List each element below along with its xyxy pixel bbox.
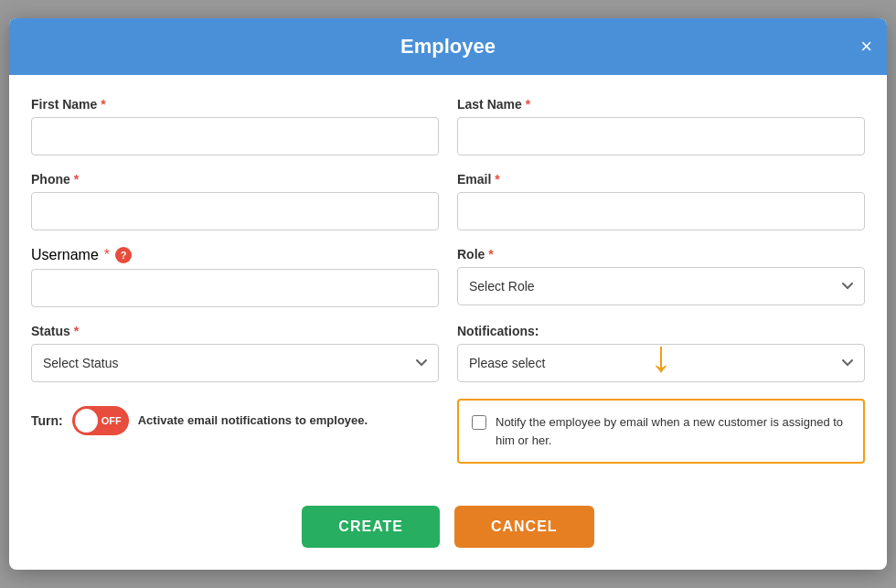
create-button[interactable]: CREATE (302, 506, 440, 548)
role-select[interactable]: Select Role (457, 267, 865, 305)
first-name-label: First Name* (31, 97, 439, 112)
modal-footer: CREATE CANCEL (9, 491, 887, 570)
name-row: First Name* Last Name* (31, 97, 865, 155)
status-select[interactable]: Select Status (31, 344, 439, 382)
first-name-input[interactable] (31, 117, 439, 155)
username-label-row: Username * ? (31, 247, 439, 263)
username-required: * (104, 247, 110, 263)
phone-label: Phone* (31, 172, 439, 187)
turn-notify-row: Turn: OFF Activate email notifications t… (31, 399, 865, 464)
first-name-group: First Name* (31, 97, 439, 155)
notify-text: Notify the employee by email when a new … (496, 413, 850, 449)
turn-section: Turn: OFF Activate email notifications t… (31, 399, 439, 435)
phone-email-row: Phone* Email* (31, 172, 865, 230)
status-group: Status* Select Status (31, 324, 439, 382)
notify-checkbox[interactable] (472, 415, 486, 430)
close-button[interactable]: × (860, 37, 872, 57)
modal-body: First Name* Last Name* Phone* E (9, 75, 887, 491)
first-name-required: * (101, 97, 105, 112)
notify-box: Notify the employee by email when a new … (457, 399, 865, 464)
last-name-input[interactable] (457, 117, 865, 155)
employee-modal: Employee × First Name* Last Name* (9, 18, 887, 570)
username-input[interactable] (31, 269, 439, 307)
role-required: * (488, 247, 493, 262)
username-role-row: Username * ? Role* Select Role (31, 247, 865, 307)
phone-group: Phone* (31, 172, 439, 230)
last-name-group: Last Name* (457, 97, 865, 155)
toggle-text: OFF (101, 415, 122, 426)
role-label: Role* (457, 247, 865, 262)
email-input[interactable] (457, 192, 865, 230)
status-notifications-row: Status* Select Status Notifications: Ple… (31, 324, 865, 382)
email-required: * (495, 172, 499, 187)
status-required: * (74, 324, 79, 338)
username-group: Username * ? (31, 247, 439, 307)
cancel-button[interactable]: CANCEL (454, 506, 594, 548)
email-group: Email* (457, 172, 865, 230)
help-icon[interactable]: ? (115, 247, 132, 263)
phone-required: * (74, 172, 79, 187)
role-group: Role* Select Role (457, 247, 865, 305)
phone-input[interactable] (31, 192, 439, 230)
arrow-indicator: ↓ (650, 335, 672, 379)
modal-header: Employee × (9, 18, 887, 75)
modal-title: Employee (400, 35, 496, 59)
turn-description: Activate email notifications to employee… (138, 412, 368, 429)
last-name-label: Last Name* (457, 97, 865, 112)
turn-label: Turn: (31, 413, 63, 428)
toggle-knob (75, 409, 98, 433)
toggle-switch[interactable]: OFF (72, 406, 129, 435)
notify-checkbox-section: ↓ Notify the employee by email when a ne… (457, 399, 865, 464)
status-label: Status* (31, 324, 439, 338)
last-name-required: * (526, 97, 530, 112)
email-label: Email* (457, 172, 865, 187)
username-label: Username (31, 247, 99, 263)
